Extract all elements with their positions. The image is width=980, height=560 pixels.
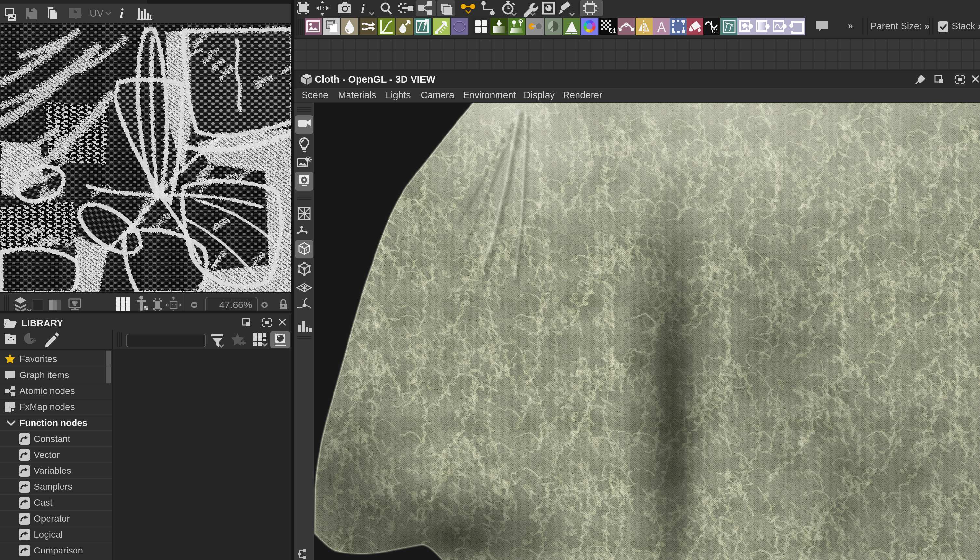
svg-text:i: i	[120, 6, 124, 21]
svg-text:01: 01	[712, 28, 719, 35]
svg-text:01: 01	[609, 27, 616, 34]
svg-text:47.66%: 47.66%	[219, 299, 252, 310]
svg-text:i: i	[361, 1, 365, 16]
svg-text:1:1: 1:1	[172, 303, 177, 308]
svg-text:A: A	[657, 20, 666, 34]
svg-text:LIBRARY: LIBRARY	[22, 318, 63, 328]
svg-text:1:1: 1:1	[319, 5, 328, 12]
svg-text:UV: UV	[90, 8, 103, 18]
